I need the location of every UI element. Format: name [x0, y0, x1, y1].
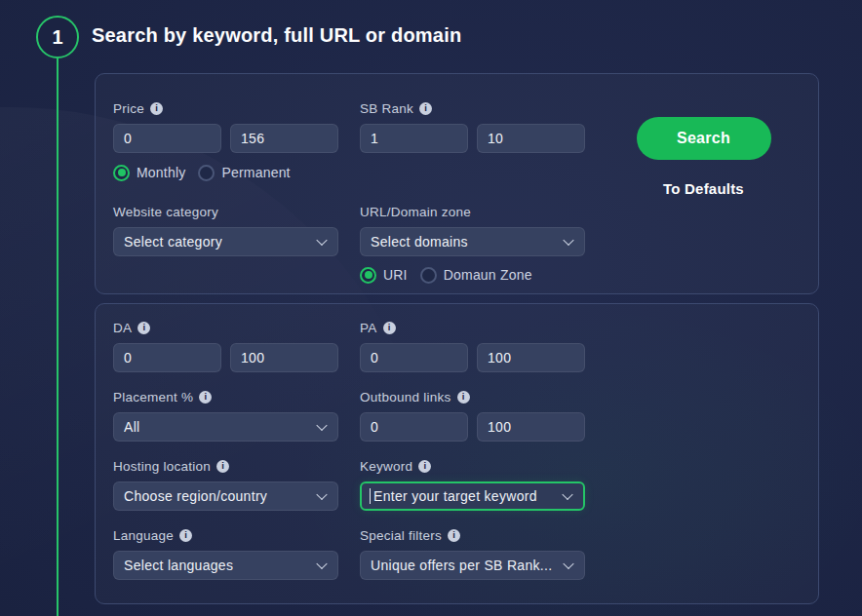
info-icon[interactable]: i [216, 460, 229, 473]
url-domain-zone-label: URL/Domain zone [360, 203, 585, 220]
radio-domain-zone[interactable]: Domaun Zone [420, 267, 532, 284]
da-label-text: DA [113, 321, 132, 335]
info-icon[interactable]: i [418, 460, 431, 473]
filters-panel-secondary: DA i Placement % i All [95, 303, 819, 604]
chevron-down-icon [316, 558, 327, 569]
da-field: DA i [113, 319, 338, 372]
hosting-location-select[interactable]: Choose region/country [113, 481, 338, 511]
panel2-column-1: DA i Placement % i All [113, 319, 338, 580]
panel1-column-1: Price i Monthly Permanent [113, 99, 338, 284]
panel1-column-2: SB Rank i URL/Domain zone Select domains [360, 99, 585, 284]
radio-monthly[interactable]: Monthly [113, 165, 185, 181]
placement-value: All [124, 419, 139, 435]
page-background: 1 Search by keyword, full URL or domain … [0, 0, 862, 616]
price-period-radio-group: Monthly Permanent [113, 164, 338, 181]
radio-unselected-icon [420, 267, 437, 284]
special-filters-select[interactable]: Unique offers per SB Rank... [360, 551, 585, 580]
outbound-links-field: Outbound links i [360, 388, 585, 442]
step-connector-line [57, 58, 59, 616]
da-label: DA i [113, 319, 338, 336]
sb-rank-label-text: SB Rank [360, 101, 413, 116]
radio-monthly-label: Monthly [137, 165, 185, 180]
info-icon[interactable]: i [457, 391, 470, 404]
pa-field: PA i [360, 319, 585, 372]
hosting-location-label-text: Hosting location [113, 459, 211, 474]
placement-label: Placement % i [113, 388, 338, 405]
language-value: Select languages [124, 558, 233, 573]
sb-rank-label: SB Rank i [360, 99, 585, 117]
radio-uri-label: URI [383, 267, 408, 283]
radio-selected-icon [360, 267, 376, 284]
keyword-placeholder: Enter your target keyword [373, 488, 537, 504]
page-title: Search by keyword, full URL or domain [92, 24, 461, 47]
website-category-value: Select category [124, 234, 222, 250]
website-category-label: Website category [113, 203, 338, 220]
sb-rank-field: SB Rank i [360, 99, 585, 153]
special-filters-label: Special filters i [360, 526, 585, 544]
special-filters-value: Unique offers per SB Rank... [371, 558, 552, 573]
url-domain-zone-select[interactable]: Select domains [360, 227, 585, 256]
da-min-input[interactable] [113, 343, 221, 372]
text-cursor [370, 488, 371, 504]
keyword-combobox[interactable]: Enter your target keyword [360, 481, 585, 511]
info-icon[interactable]: i [448, 529, 460, 542]
website-category-label-text: Website category [113, 205, 218, 219]
panel2-column-2: PA i Outbound links i [360, 319, 585, 580]
special-filters-label-text: Special filters [360, 528, 442, 543]
placement-select[interactable]: All [113, 412, 338, 442]
language-field: Language i Select languages [113, 526, 338, 580]
language-select[interactable]: Select languages [113, 551, 338, 580]
info-icon[interactable]: i [383, 322, 396, 334]
language-label-text: Language [113, 528, 174, 543]
url-domain-zone-field: URL/Domain zone Select domains [360, 203, 585, 256]
placement-field: Placement % i All [113, 388, 338, 442]
outbound-links-label-text: Outbound links [360, 390, 451, 404]
outbound-links-max-input[interactable] [477, 412, 585, 442]
radio-permanent-label: Permanent [221, 165, 290, 180]
pa-min-input[interactable] [360, 343, 468, 372]
filters-panel-primary: Price i Monthly Permanent [95, 73, 819, 294]
special-filters-field: Special filters i Unique offers per SB R… [360, 526, 585, 580]
chevron-down-icon [316, 420, 327, 431]
radio-selected-icon [113, 165, 130, 181]
outbound-links-min-input[interactable] [360, 412, 468, 442]
website-category-field: Website category Select category [113, 203, 338, 256]
pa-max-input[interactable] [477, 343, 585, 372]
url-domain-zone-value: Select domains [371, 234, 468, 250]
da-max-input[interactable] [230, 343, 338, 372]
sb-rank-max-input[interactable] [477, 124, 585, 153]
price-min-input[interactable] [113, 124, 221, 153]
price-label-text: Price [113, 101, 144, 116]
placement-label-text: Placement % [113, 390, 193, 404]
language-label: Language i [113, 526, 338, 544]
radio-permanent[interactable]: Permanent [198, 165, 290, 181]
info-icon[interactable]: i [419, 102, 432, 115]
chevron-down-icon [316, 235, 327, 246]
radio-uri[interactable]: URI [360, 267, 408, 284]
hosting-location-value: Choose region/country [124, 488, 267, 504]
zone-type-radio-group: URI Domaun Zone [360, 266, 585, 284]
hosting-location-label: Hosting location i [113, 457, 338, 475]
info-icon[interactable]: i [137, 322, 150, 334]
info-icon[interactable]: i [199, 391, 212, 404]
price-max-input[interactable] [230, 124, 338, 153]
to-defaults-button[interactable]: To Defaults [663, 180, 744, 197]
search-button[interactable]: Search [637, 117, 771, 160]
outbound-links-label: Outbound links i [360, 388, 585, 405]
sb-rank-min-input[interactable] [360, 124, 468, 153]
hosting-location-field: Hosting location i Choose region/country [113, 457, 338, 511]
pa-label-text: PA [360, 321, 377, 335]
url-domain-zone-label-text: URL/Domain zone [360, 205, 471, 219]
panel1-actions: Search To Defaults [607, 99, 801, 284]
step-indicator: 1 [36, 16, 79, 58]
radio-domain-zone-label: Domaun Zone [444, 267, 532, 283]
keyword-label: Keyword i [360, 457, 585, 475]
website-category-select[interactable]: Select category [113, 227, 338, 256]
keyword-field: Keyword i Enter your target keyword [360, 457, 585, 511]
keyword-label-text: Keyword [360, 459, 412, 474]
step-number: 1 [52, 26, 62, 49]
info-icon[interactable]: i [150, 102, 163, 115]
info-icon[interactable]: i [179, 529, 192, 542]
price-field: Price i [113, 99, 338, 153]
chevron-down-icon [316, 489, 327, 500]
